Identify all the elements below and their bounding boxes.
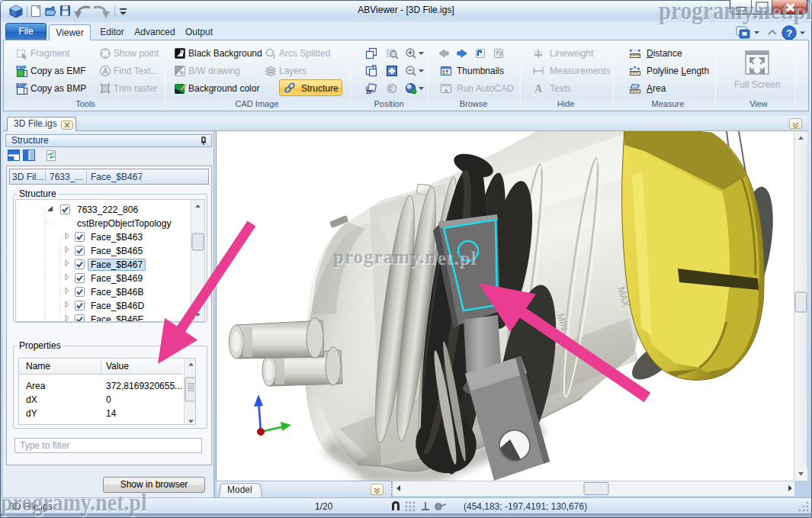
svg-text:A: A bbox=[534, 83, 543, 95]
svg-text:a: a bbox=[445, 87, 448, 94]
svg-text:A: A bbox=[102, 67, 108, 76]
svg-text:35°: 35° bbox=[366, 89, 374, 95]
